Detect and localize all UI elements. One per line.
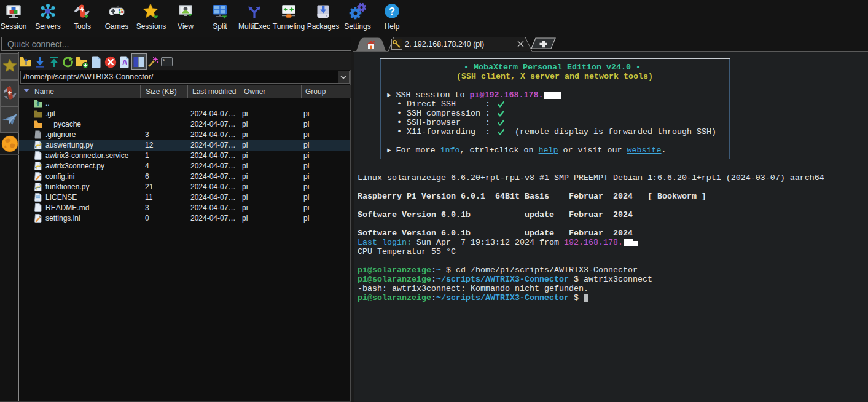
svg-text:>: > bbox=[163, 58, 165, 63]
svg-text:?: ? bbox=[389, 6, 395, 17]
svg-text:A: A bbox=[122, 58, 128, 67]
